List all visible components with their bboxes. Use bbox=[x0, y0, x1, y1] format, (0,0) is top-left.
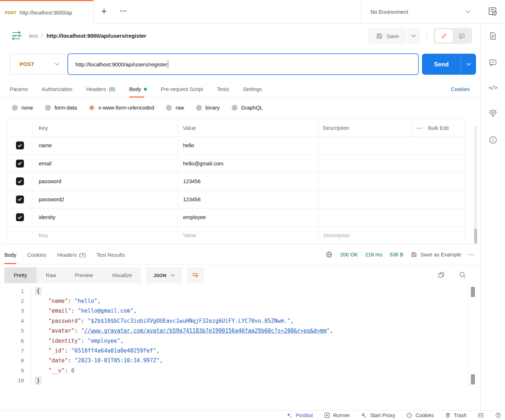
body-mode-GraphQL[interactable]: GraphQL bbox=[232, 105, 263, 111]
row-value-input[interactable]: hello bbox=[178, 137, 318, 155]
row-value-input[interactable]: employee bbox=[178, 209, 318, 226]
row-key-input[interactable]: Key bbox=[32, 227, 178, 244]
cookies-button[interactable]: Cookies bbox=[406, 412, 434, 419]
new-tab-button[interactable]: + bbox=[99, 4, 109, 18]
line-number: 8 bbox=[0, 358, 24, 363]
environment-quick-look-button[interactable] bbox=[487, 6, 498, 17]
two-pane-layout-button[interactable] bbox=[477, 412, 484, 419]
urlencoded-table: Key Value Description ••• Bulk Edit name… bbox=[7, 119, 465, 244]
response-size[interactable]: 536 B bbox=[390, 252, 403, 258]
tab-headers[interactable]: Headers (8) bbox=[86, 81, 116, 98]
tab-authorization[interactable]: Authorization bbox=[42, 81, 73, 98]
row-checkbox[interactable] bbox=[8, 137, 32, 155]
row-value-input[interactable]: 123456 bbox=[178, 191, 318, 209]
row-key-input[interactable]: password2 bbox=[32, 191, 178, 209]
row-checkbox[interactable] bbox=[8, 191, 32, 209]
row-key-input[interactable]: name bbox=[32, 137, 178, 155]
postbot-button[interactable]: Postbot bbox=[286, 412, 312, 419]
comments-button[interactable] bbox=[488, 58, 497, 67]
table-more-icon[interactable]: ••• bbox=[417, 126, 423, 130]
documentation-button[interactable] bbox=[488, 31, 498, 41]
avatar-url-link[interactable]: //www.gravatar.com/avatar/b59a741183b7e1… bbox=[84, 328, 326, 334]
edit-mode-button[interactable] bbox=[435, 29, 453, 42]
format-selector[interactable]: JSON bbox=[146, 267, 182, 283]
save-as-example-button[interactable]: Save as Example bbox=[411, 251, 461, 258]
info-button[interactable] bbox=[488, 135, 498, 145]
row-key-input[interactable]: password bbox=[32, 173, 178, 190]
bulk-edit-link[interactable]: Bulk Edit bbox=[428, 125, 449, 131]
header-description: Description bbox=[318, 119, 411, 136]
postbot-suggestions-button[interactable] bbox=[488, 108, 498, 118]
cookies-link[interactable]: Cookies bbox=[451, 86, 470, 92]
tab-body[interactable]: Body bbox=[129, 81, 147, 98]
tab-settings[interactable]: Settings bbox=[243, 81, 262, 98]
tab-title: http://localhost:9000/ap bbox=[20, 10, 87, 16]
row-checkbox[interactable] bbox=[8, 155, 32, 173]
breadcrumb-collection[interactable]: test bbox=[29, 33, 38, 39]
row-value-input[interactable]: Value bbox=[178, 227, 318, 244]
row-key-input[interactable]: email bbox=[32, 155, 178, 173]
tab-options-button[interactable]: ••• bbox=[117, 5, 131, 17]
row-key-input[interactable]: identity bbox=[32, 209, 178, 226]
send-options-button[interactable] bbox=[461, 54, 476, 75]
row-description-input[interactable] bbox=[318, 137, 465, 155]
url-input[interactable]: http://localhost:9000/api/users/register bbox=[67, 53, 419, 75]
row-description-input[interactable] bbox=[318, 173, 465, 190]
tab-pre-request-script[interactable]: Pre-request Script bbox=[161, 81, 203, 98]
breadcrumb-request-name[interactable]: http://localhost:9000/api/users/register bbox=[46, 33, 146, 39]
save-options-button[interactable] bbox=[407, 28, 420, 44]
row-checkbox[interactable] bbox=[8, 209, 32, 226]
trash-button[interactable]: Trash bbox=[445, 412, 467, 419]
response-body-viewer[interactable]: 1{2 "name": "hello",3 "email": "hello@gm… bbox=[0, 286, 467, 386]
code-snippet-button[interactable]: </> bbox=[488, 85, 497, 91]
body-mode-binary[interactable]: binary bbox=[196, 105, 220, 111]
send-button[interactable]: Send bbox=[422, 54, 476, 75]
body-mode-none[interactable]: none bbox=[12, 105, 33, 111]
copy-response-button[interactable] bbox=[437, 271, 445, 279]
runner-button[interactable]: Runner bbox=[324, 412, 350, 419]
row-checkbox[interactable] bbox=[8, 173, 32, 190]
response-more-button[interactable]: ••• bbox=[468, 252, 475, 257]
tab-params[interactable]: Params bbox=[10, 81, 28, 98]
row-checkbox-cell bbox=[8, 227, 32, 244]
save-button[interactable]: Save bbox=[368, 28, 407, 44]
line-number: 9 bbox=[0, 368, 24, 374]
row-description-input[interactable] bbox=[318, 191, 465, 209]
wrap-lines-button[interactable] bbox=[187, 267, 204, 283]
row-value-input[interactable]: 123456 bbox=[178, 173, 318, 190]
scrollbar-thumb[interactable] bbox=[474, 228, 477, 244]
method-selector[interactable]: POST bbox=[10, 54, 68, 75]
view-preview[interactable]: Preview bbox=[66, 267, 103, 283]
scrollbar-track[interactable] bbox=[474, 125, 477, 244]
response-time[interactable]: 216 ms bbox=[365, 252, 382, 258]
body-mode-raw[interactable]: raw bbox=[166, 105, 184, 111]
row-description-input[interactable]: Description bbox=[318, 227, 465, 244]
form-row: password123456 bbox=[8, 173, 465, 191]
tab-tests[interactable]: Tests bbox=[217, 81, 229, 98]
code-overview-rail[interactable] bbox=[468, 286, 480, 387]
search-response-button[interactable] bbox=[459, 271, 467, 279]
row-description-input[interactable] bbox=[318, 209, 465, 226]
start-proxy-button[interactable]: Start Proxy bbox=[361, 412, 395, 419]
response-tab-body[interactable]: Body bbox=[4, 246, 16, 264]
row-value-input[interactable]: hello@gmail.com bbox=[178, 155, 318, 173]
body-mode-form-data[interactable]: form-data bbox=[45, 105, 77, 111]
response-status[interactable]: 200 OK bbox=[340, 252, 358, 258]
row-description-input[interactable] bbox=[318, 155, 465, 173]
body-mode-x-www-form-urlencoded[interactable]: x-www-form-urlencoded bbox=[89, 105, 154, 111]
save-label: Save bbox=[386, 33, 399, 39]
method-label: POST bbox=[20, 61, 34, 67]
send-label[interactable]: Send bbox=[422, 54, 461, 75]
request-tabs: Params Authorization Headers (8) Body Pr… bbox=[0, 81, 480, 98]
help-button[interactable] bbox=[495, 412, 501, 419]
request-tab-active[interactable]: POST http://localhost:9000/ap bbox=[0, 0, 94, 24]
environment-selector[interactable]: No Environment bbox=[360, 0, 480, 24]
response-tab-headers[interactable]: Headers (7) bbox=[57, 246, 86, 264]
code-line: 7 "_id": "6518ff4a64a01a0e40259fef", bbox=[0, 346, 467, 355]
comments-mode-button[interactable] bbox=[453, 29, 471, 42]
view-visualize[interactable]: Visualize bbox=[102, 267, 141, 283]
response-tab-test-results[interactable]: Test Results bbox=[96, 246, 125, 264]
view-pretty[interactable]: Pretty bbox=[4, 267, 37, 283]
view-raw[interactable]: Raw bbox=[37, 267, 66, 283]
response-tab-cookies[interactable]: Cookies bbox=[27, 246, 46, 264]
